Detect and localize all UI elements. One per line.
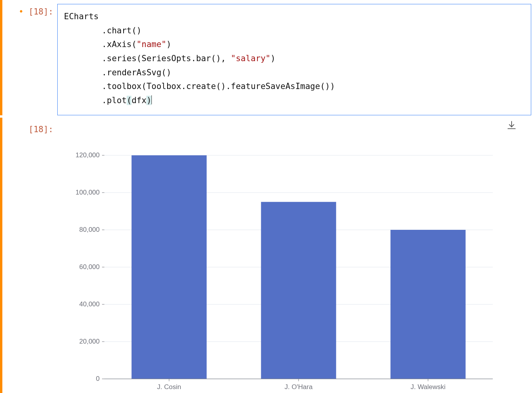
chart-svg: 020,00040,00060,00080,000100,000120,000J… (65, 147, 505, 393)
y-tick-label: 80,000 (79, 226, 100, 233)
y-tick-label: 0 (96, 375, 100, 382)
output-prompt-label: [18]: (29, 125, 53, 134)
code-line-4[interactable]: .series(SeriesOpts.bar(), "salary") (64, 52, 525, 66)
code-line-7[interactable]: .plot(dfx) (64, 94, 525, 108)
y-tick-label: 120,000 (76, 151, 100, 159)
y-tick-label: 60,000 (79, 263, 100, 271)
x-tick-label: J. Cosin (157, 383, 181, 391)
input-prompt-label: [18]: (29, 7, 53, 16)
code-line-6[interactable]: .toolbox(Toolbox.create().featureSaveAsI… (64, 80, 525, 94)
cell-run-indicator (0, 0, 2, 115)
code-editor[interactable]: ECharts .chart() .xAxis("name") .series(… (57, 4, 531, 115)
chart-toolbox (506, 120, 517, 132)
output-prompt: [18]: (2, 118, 57, 134)
code-line-1[interactable]: ECharts (64, 10, 525, 24)
code-line-5[interactable]: .renderAsSvg() (64, 66, 525, 80)
bar[interactable] (261, 202, 336, 379)
bar[interactable] (131, 155, 206, 379)
bar[interactable] (390, 230, 465, 379)
output-cell: [18]: 020,00040,00060,00080,000100,00012… (0, 118, 532, 393)
code-line-2[interactable]: .chart() (64, 24, 525, 38)
x-tick-label: J. O'Hara (284, 383, 313, 391)
y-tick-label: 40,000 (79, 300, 100, 308)
prompt-modified-dot (18, 7, 28, 16)
input-cell: [18]: ECharts .chart() .xAxis("name") .s… (0, 0, 532, 115)
code-line-3[interactable]: .xAxis("name") (64, 38, 525, 52)
y-tick-label: 100,000 (76, 189, 100, 196)
text-cursor (151, 95, 152, 104)
bar-chart: 020,00040,00060,00080,000100,000120,000J… (65, 147, 532, 393)
output-body: 020,00040,00060,00080,000100,000120,000J… (57, 118, 532, 393)
x-tick-label: J. Walewski (410, 383, 445, 391)
input-prompt: [18]: (2, 0, 57, 16)
save-as-image-icon[interactable] (506, 126, 517, 132)
y-tick-label: 20,000 (79, 338, 100, 345)
output-run-indicator (0, 118, 2, 393)
